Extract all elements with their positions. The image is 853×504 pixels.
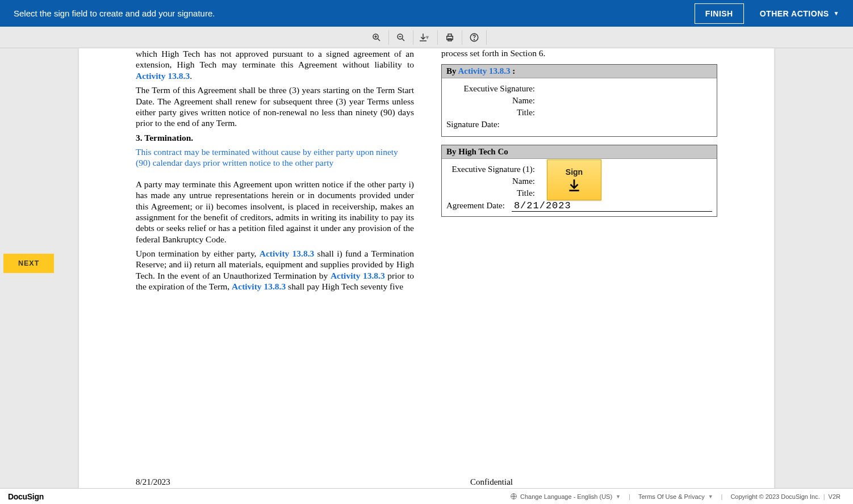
termination-clause-link: This contract may be terminated without … [136, 146, 414, 169]
signature-block-header: By High Tech Co [442, 145, 717, 159]
left-column: which High Tech has not approved pursuan… [136, 48, 414, 296]
sign-arrow-icon [567, 178, 582, 192]
help-icon [469, 32, 479, 43]
globe-icon [510, 493, 517, 500]
other-actions-menu[interactable]: OTHER ACTIONS ▼ [760, 9, 839, 18]
paragraph: The Term of this Agreement shall be thre… [136, 85, 414, 129]
name-label: Name: [446, 177, 537, 186]
finish-button[interactable]: FINISH [695, 3, 744, 24]
svg-line-1 [378, 39, 380, 41]
section-heading: 3. Termination. [136, 132, 414, 143]
copyright-text: Copyright © 2023 DocuSign Inc.|V2R [730, 493, 841, 500]
next-button[interactable]: NEXT [3, 254, 54, 273]
activity-link: Activity 13.8.3 [260, 249, 315, 258]
signature-date-label: Signature Date: [446, 120, 500, 129]
paragraph: A party may terminate this Agreement upo… [136, 179, 414, 245]
activity-link: Activity 13.8.3 [232, 282, 286, 291]
other-actions-label: OTHER ACTIONS [760, 9, 829, 18]
activity-link: Activity 13.8.3 [331, 271, 385, 280]
help-button[interactable] [463, 28, 485, 47]
title-label: Title: [446, 108, 537, 117]
paragraph: process set forth in Section 6. [441, 48, 717, 58]
agreement-date-label: Agreement Date: [446, 201, 512, 211]
name-label: Name: [446, 96, 537, 106]
exec-signature-label: Executive Signature (1): [446, 165, 537, 174]
right-column: process set forth in Section 6. By Activ… [441, 48, 717, 296]
paragraph: Upon termination by either party, Activi… [136, 248, 414, 292]
caret-down-icon: ▼ [616, 494, 621, 499]
instruction-text: Select the sign field to create and add … [14, 9, 695, 18]
svg-line-5 [402, 39, 404, 41]
print-button[interactable] [439, 28, 461, 47]
zoom-in-button[interactable] [366, 28, 387, 47]
caret-down-icon: ▼ [425, 35, 430, 40]
caret-down-icon: ▼ [708, 494, 713, 499]
signature-block-party-a: By Activity 13.8.3 : Executive Signature… [441, 64, 717, 137]
svg-point-11 [474, 39, 474, 40]
page-footer-date: 8/21/2023 [136, 477, 170, 487]
document-viewport[interactable]: which High Tech has not approved pursuan… [0, 48, 853, 488]
download-button[interactable]: ▼ [415, 28, 436, 47]
brand-logo: DocuSign [8, 492, 44, 501]
print-icon [445, 32, 455, 43]
paragraph: which High Tech has not approved pursuan… [136, 48, 414, 81]
page-footer: 8/21/2023 Confidential [136, 477, 717, 487]
top-bar: Select the sign field to create and add … [0, 0, 853, 27]
page-footer-confidential: Confidential [470, 477, 513, 487]
terms-privacy-menu[interactable]: Terms Of Use & Privacy ▼ [638, 493, 713, 500]
zoom-out-button[interactable] [390, 28, 412, 47]
change-language-menu[interactable]: Change Language - English (US) ▼ [510, 493, 621, 500]
document-page: which High Tech has not approved pursuan… [79, 48, 774, 488]
sign-tag-label: Sign [566, 167, 583, 177]
title-label: Title: [446, 188, 537, 198]
zoom-in-icon [371, 32, 382, 43]
agreement-date-value: 8/21/2023 [512, 200, 712, 212]
exec-signature-label: Executive Signature: [446, 84, 537, 94]
svg-rect-8 [448, 34, 451, 36]
activity-link: Activity 13.8.3 [136, 71, 190, 81]
activity-link: Activity 13.8.3 [458, 66, 510, 75]
document-toolbar: ▼ [0, 27, 853, 48]
signature-block-header: By Activity 13.8.3 : [442, 65, 717, 78]
caret-down-icon: ▼ [834, 10, 839, 16]
zoom-out-icon [396, 32, 406, 43]
footer-bar: DocuSign Change Language - English (US) … [0, 488, 853, 504]
sign-here-tag[interactable]: Sign [547, 159, 601, 200]
